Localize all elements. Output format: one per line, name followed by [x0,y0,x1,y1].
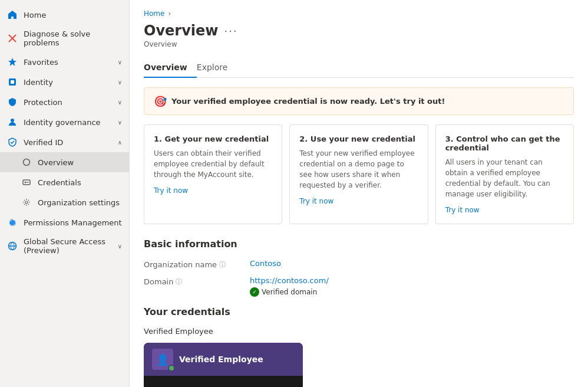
card-3-link[interactable]: Try it now [445,206,480,214]
card-2: 2. Use your new credential Test your new… [289,124,428,224]
card-2-link[interactable]: Try it now [299,197,333,205]
sidebar-item-identity-governance-label: Identity governance [24,118,112,127]
page-subtitle: Overview [144,40,574,48]
sidebar-item-identity-governance[interactable]: Identity governance ∨ [0,112,129,132]
sidebar-item-protection[interactable]: Protection ∨ [0,92,129,112]
sidebar-item-diagnose-label: Diagnose & solve problems [24,29,122,47]
card-1-link[interactable]: Try it now [154,186,188,195]
sidebar-item-permissions-label: Permissions Management [24,218,122,227]
chevron-down-icon: ∨ [118,99,122,106]
card-1-text: Users can obtain their verified employee… [154,148,272,180]
sidebar-item-credentials[interactable]: Credentials [0,172,129,192]
svg-point-3 [11,119,14,122]
sidebar-item-verified-id[interactable]: Verified ID ∧ [0,132,129,152]
chevron-down-icon: ∨ [118,119,122,126]
svg-point-4 [24,159,30,166]
sidebar-item-credentials-label: Credentials [38,178,122,187]
chevron-down-icon: ∨ [118,243,122,250]
sidebar-item-identity-label: Identity [24,78,112,87]
basic-info-title: Basic information [144,238,574,250]
overview-icon [21,157,32,168]
verified-id-icon [7,137,18,147]
credential-avatar-icon: 👤 [156,353,169,366]
credential-avatar-badge [168,365,175,372]
cards-row: 1. Get your new credential Users can obt… [144,124,574,224]
banner: 🎯 Your verified employee credential is n… [144,87,574,115]
card-3-title: 3. Control who can get the credential [445,135,564,152]
sidebar-item-home[interactable]: Home [0,5,129,25]
chevron-up-icon: ∧ [118,139,122,146]
card-3-text: All users in your tenant can obtain a ve… [445,157,564,199]
svg-point-7 [25,201,28,204]
sidebar-item-overview[interactable]: Overview [0,152,129,172]
sidebar-item-org-settings-label: Organization settings [38,198,122,207]
favorites-icon [7,57,18,67]
verified-check-icon: ✓ [250,287,259,297]
card-2-text: Test your new verified employee credenti… [299,148,418,191]
more-options-button[interactable]: ··· [224,25,237,37]
sidebar-item-home-label: Home [24,11,122,19]
sidebar-item-permissions[interactable]: Permissions Management [0,212,129,232]
svg-marker-0 [8,58,16,66]
breadcrumb-home[interactable]: Home [144,9,164,18]
credential-card-header: 👤 Verified Employee [144,343,303,376]
sidebar-item-diagnose[interactable]: Diagnose & solve problems [0,25,129,52]
verified-text: Verified domain [262,288,317,296]
svg-point-6 [25,182,27,183]
main-content: Home › Overview ··· Overview Overview Ex… [130,0,588,387]
page-title-row: Overview ··· [144,22,574,39]
credentials-section-title: Your credentials [144,306,574,317]
domain-value-block: https://contoso.com/ ✓ Verified domain [250,276,329,297]
banner-text: Your verified employee credential is now… [171,97,445,106]
tab-overview[interactable]: Overview [144,58,197,78]
sidebar-item-favorites[interactable]: Favorites ∨ [0,52,129,72]
card-1: 1. Get your new credential Users can obt… [144,124,282,224]
sidebar-item-protection-label: Protection [24,98,112,107]
credential-card-title: Verified Employee [179,355,263,364]
identity-icon [7,77,18,87]
domain-label: Domain [144,277,173,286]
sidebar-item-overview-label: Overview [38,158,122,167]
chevron-down-icon: ∨ [118,79,122,86]
sidebar-item-global-access-label: Global Secure Access (Preview) [24,237,112,255]
tab-explore[interactable]: Explore [197,58,237,78]
org-settings-icon [21,197,32,208]
domain-url[interactable]: https://contoso.com/ [250,276,329,285]
org-name-row: Organization name ⓘ Contoso [144,259,574,269]
sidebar-item-favorites-label: Favorites [24,58,112,67]
org-name-info-icon[interactable]: ⓘ [219,260,226,269]
protection-icon [7,97,18,107]
sidebar-item-org-settings[interactable]: Organization settings [0,192,129,212]
credentials-icon [21,177,32,188]
credentials-section: Your credentials Verified Employee 👤 Ver… [144,306,574,387]
breadcrumb-separator: › [168,9,171,18]
domain-row: Domain ⓘ https://contoso.com/ ✓ Verified… [144,276,574,297]
card-2-title: 2. Use your new credential [299,135,418,143]
identity-governance-icon [7,117,18,127]
org-name-value[interactable]: Contoso [250,259,281,268]
card-1-title: 1. Get your new credential [154,135,272,143]
sidebar-item-identity[interactable]: Identity ∨ [0,72,129,92]
permissions-icon [7,217,18,228]
banner-icon: 🎯 [154,95,167,107]
sidebar-item-verified-id-label: Verified ID [24,138,112,147]
page-title: Overview [144,22,218,39]
diagnose-icon [7,33,18,44]
domain-info-icon[interactable]: ⓘ [176,277,182,286]
breadcrumb: Home › [144,9,574,18]
verified-badge: ✓ Verified domain [250,287,329,297]
svg-rect-2 [11,80,14,84]
home-icon [7,9,18,20]
sidebar-item-global-access[interactable]: Global Secure Access (Preview) ∨ [0,232,129,260]
chevron-down-icon: ∨ [118,59,122,65]
credential-avatar: 👤 [152,349,173,370]
credentials-subtitle: Verified Employee [144,327,574,336]
tabs: Overview Explore [144,58,574,78]
sidebar: Home Diagnose & solve problems Favorites… [0,0,130,387]
credential-card: 👤 Verified Employee Contoso [144,343,303,387]
card-3: 3. Control who can get the credential Al… [435,124,574,224]
org-name-label: Organization name [144,260,217,269]
global-access-icon [7,241,18,251]
